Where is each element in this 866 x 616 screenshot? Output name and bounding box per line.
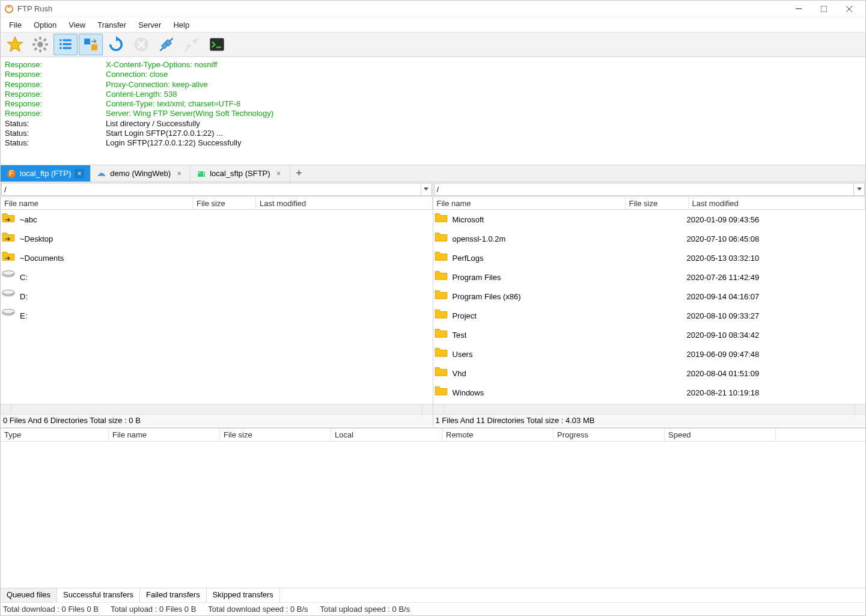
file-row[interactable]: Program Files (x86)2020-09-14 04:16:07	[433, 287, 866, 306]
queue-tab[interactable]: Successful transfers	[57, 588, 140, 602]
close-tab-icon[interactable]: ×	[274, 169, 284, 178]
queue-body[interactable]	[1, 442, 865, 588]
status-dspeed: Total download speed : 0 B/s	[208, 605, 308, 614]
log-row: Response:Content-Type: text/xml; charset…	[2, 99, 864, 109]
file-modified: 2020-08-10 09:33:27	[687, 311, 807, 320]
left-file-list[interactable]: ~abc~Desktop~DocumentsC:D:E:	[1, 210, 433, 404]
log-panel[interactable]: Response:X-Content-Type-Options: nosniff…	[1, 57, 865, 165]
svg-text:F: F	[9, 169, 14, 178]
linkfolder-icon	[2, 231, 16, 246]
terminal-icon[interactable]	[205, 34, 229, 55]
right-hscrollbar[interactable]	[433, 404, 866, 414]
queue-col[interactable]: File name	[109, 428, 220, 441]
right-path-bar	[434, 183, 865, 196]
file-modified: 2020-08-04 01:51:09	[687, 369, 807, 378]
svg-rect-19	[91, 44, 97, 50]
folder-icon	[435, 289, 449, 303]
left-path-input[interactable]	[2, 183, 421, 195]
left-hscrollbar[interactable]	[1, 404, 433, 414]
menu-help[interactable]: Help	[167, 19, 195, 31]
linkfolder-icon	[2, 212, 16, 227]
menu-option[interactable]: Option	[28, 19, 63, 31]
favorite-icon[interactable]	[3, 34, 27, 55]
file-name: E:	[20, 311, 373, 320]
col-size[interactable]: File size	[626, 197, 689, 209]
folder-icon	[435, 308, 449, 323]
col-name[interactable]: File name	[1, 197, 193, 209]
status-download: Total download : 0 Files 0 B	[3, 605, 99, 614]
maximize-button[interactable]	[811, 1, 837, 17]
queue-tab[interactable]: Failed transfers	[140, 588, 207, 602]
svg-line-24	[196, 37, 199, 40]
connection-tab[interactable]: Flocal_ftp (FTP)×	[1, 165, 91, 181]
log-row: Status:Start Login SFTP(127.0.0.1:22) ..…	[2, 129, 864, 138]
svg-line-9	[44, 48, 46, 50]
connect-icon[interactable]	[154, 34, 178, 55]
file-row[interactable]: ~Desktop	[1, 229, 433, 248]
log-row: Status:Login SFTP(127.0.0.1:22) Successf…	[2, 138, 864, 148]
compare-icon[interactable]	[79, 34, 103, 55]
minimize-button[interactable]	[786, 1, 811, 17]
add-tab-button[interactable]: +	[290, 165, 308, 181]
log-row: Response:Server: Wing FTP Server(Wing So…	[2, 109, 864, 118]
col-name[interactable]: File name	[433, 197, 626, 209]
right-file-list[interactable]: Microsoft2020-01-09 09:43:56openssl-1.0.…	[433, 210, 866, 404]
file-modified: 2020-08-21 10:19:18	[687, 388, 807, 397]
file-row[interactable]: Program Files2020-07-26 11:42:49	[433, 267, 866, 287]
svg-rect-16	[63, 43, 72, 45]
file-row[interactable]: Microsoft2020-01-09 09:43:56	[433, 210, 866, 229]
file-row[interactable]: Test2020-09-10 08:34:42	[433, 325, 866, 344]
file-row[interactable]: Windows2020-08-21 10:19:18	[433, 383, 866, 402]
connection-tabs: Flocal_ftp (FTP)×demo (WingWeb)×SFTPloca…	[1, 165, 865, 182]
menu-server[interactable]: Server	[132, 19, 167, 31]
file-row[interactable]: E:	[1, 306, 433, 325]
close-button[interactable]	[837, 1, 862, 17]
file-row[interactable]: openssl-1.0.2m2020-07-10 06:45:08	[433, 229, 866, 248]
menu-file[interactable]: File	[3, 19, 28, 31]
queue-tab[interactable]: Skipped transfers	[207, 588, 280, 602]
col-size[interactable]: File size	[193, 197, 256, 209]
window-title: FTP Rush	[17, 4, 786, 13]
menu-transfer[interactable]: Transfer	[91, 19, 132, 31]
connection-tab[interactable]: SFTPlocal_sftp (SFTP)×	[191, 165, 290, 181]
tab-label: demo (WingWeb)	[110, 169, 171, 178]
log-row: Response:Connection: close	[2, 70, 864, 79]
queue-col[interactable]: Progress	[553, 428, 665, 441]
col-modified[interactable]: Last modified	[256, 197, 433, 209]
svg-rect-18	[84, 38, 90, 44]
svg-line-22	[170, 38, 173, 41]
log-row: Response:X-Content-Type-Options: nosniff	[2, 60, 864, 70]
right-path-dropdown[interactable]	[853, 183, 864, 195]
menu-view[interactable]: View	[63, 19, 91, 31]
queue-col[interactable]: Speed	[665, 428, 776, 441]
queue-col[interactable]: Type	[1, 428, 109, 441]
left-path-dropdown[interactable]	[421, 183, 431, 195]
settings-icon[interactable]	[28, 34, 52, 55]
queue-col[interactable]: Local	[331, 428, 442, 441]
queue-col[interactable]: Remote	[442, 428, 553, 441]
file-row[interactable]: ~Documents	[1, 248, 433, 267]
file-row[interactable]: PerfLogs2020-05-13 03:32:10	[433, 248, 866, 267]
file-row[interactable]: Users2019-06-09 09:47:48	[433, 344, 866, 364]
col-modified[interactable]: Last modified	[689, 197, 866, 209]
svg-line-11	[44, 39, 46, 41]
file-row[interactable]: C:	[1, 267, 433, 287]
queue-col[interactable]: File size	[220, 428, 331, 441]
file-row[interactable]: Vhd2020-08-04 01:51:09	[433, 364, 866, 383]
refresh-icon[interactable]	[104, 34, 128, 55]
file-modified: 2020-07-10 06:45:08	[687, 234, 807, 243]
close-tab-icon[interactable]: ×	[75, 169, 84, 178]
disconnect-icon	[180, 34, 204, 55]
connection-tab[interactable]: demo (WingWeb)×	[91, 165, 191, 181]
file-row[interactable]: Project2020-08-10 09:33:27	[433, 306, 866, 325]
list-view-icon[interactable]	[53, 34, 78, 55]
close-tab-icon[interactable]: ×	[174, 169, 184, 178]
file-row[interactable]: ~abc	[1, 210, 433, 229]
file-name: Microsoft	[453, 215, 627, 224]
ftp-icon: F	[7, 169, 16, 178]
file-row[interactable]: D:	[1, 287, 433, 306]
svg-text:SFTP: SFTP	[197, 169, 206, 177]
right-path-input[interactable]	[435, 183, 854, 195]
right-columns: File name File size Last modified	[433, 197, 866, 210]
queue-tab[interactable]: Queued files	[1, 588, 57, 602]
